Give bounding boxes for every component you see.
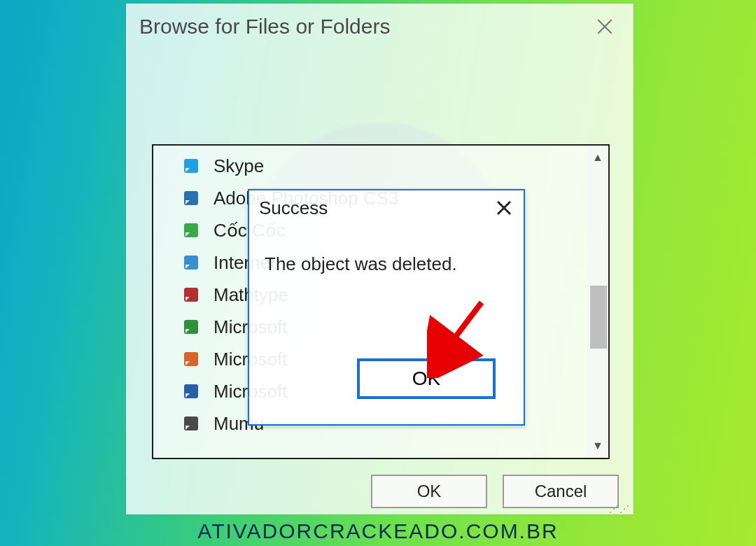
shortcut-icon [181,380,204,402]
skype-icon [181,155,204,177]
shortcut-icon [181,219,204,241]
shortcut-icon [181,412,204,435]
shortcut-icon [181,251,204,274]
browse-ok-button[interactable]: OK [371,475,487,508]
modal-titlebar: Success [249,190,524,225]
scroll-down-icon[interactable]: ▼ [592,440,603,452]
scrollbar[interactable]: ▲ ▼ [587,146,608,458]
shortcut-icon [181,284,204,306]
browse-close-button[interactable] [594,15,616,38]
shortcut-icon [181,187,204,209]
modal-message: The object was deleted. [249,225,524,275]
resize-grip-icon[interactable]: ⋰⋰ [609,507,630,511]
modal-ok-button[interactable]: OK [357,358,496,399]
close-icon [496,200,512,216]
close-icon [596,18,614,36]
browse-titlebar: Browse for Files or Folders [127,4,633,49]
watermark-text: ATIVADORCRACKEADO.COM.BR [0,519,756,543]
page-background: Browse for Files or Folders SkypeAdobe P… [0,0,756,546]
modal-title: Success [259,197,328,219]
list-item[interactable]: Skype [153,150,587,182]
browse-button-row: OK Cancel [127,475,633,508]
browse-cancel-button[interactable]: Cancel [503,475,619,508]
list-item-label: Skype [214,155,264,177]
shortcut-icon [181,348,204,370]
scroll-up-icon[interactable]: ▲ [592,151,603,164]
shortcut-icon [181,316,204,338]
modal-close-button[interactable] [494,198,514,218]
success-modal: Success The object was deleted. OK [248,189,525,426]
browse-title: Browse for Files or Folders [139,15,390,38]
scroll-thumb[interactable] [590,286,607,349]
